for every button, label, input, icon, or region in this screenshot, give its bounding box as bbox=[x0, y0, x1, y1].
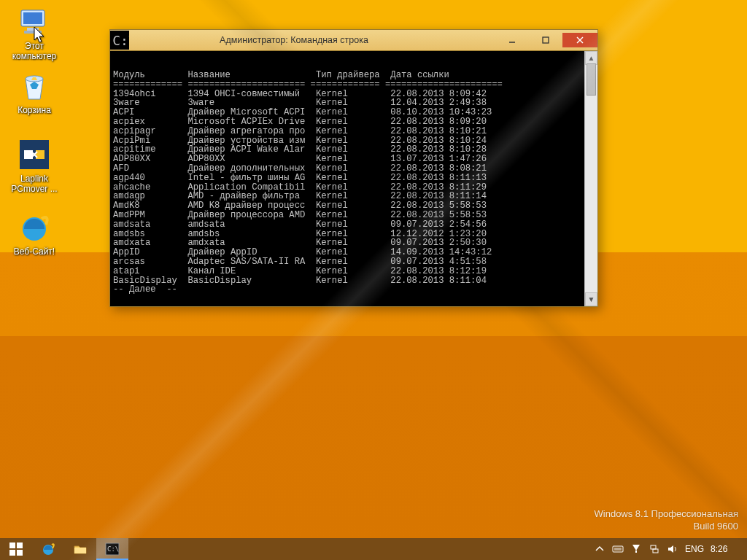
terminal-output: Модуль Название Тип драйвера Дата ссылки… bbox=[110, 60, 584, 298]
desktop-icon-ie-site[interactable]: Веб-Сайт! bbox=[6, 210, 63, 257]
svg-rect-14 bbox=[17, 542, 23, 548]
desktop-icon-laplink[interactable]: Laplink PCmover ... bbox=[6, 137, 63, 194]
minimize-button[interactable] bbox=[495, 33, 529, 47]
svg-rect-26 bbox=[653, 549, 658, 553]
svg-rect-24 bbox=[635, 551, 637, 553]
svg-rect-15 bbox=[9, 550, 15, 556]
cmd-window[interactable]: C:\ Администратор: Командная строка Моду… bbox=[109, 29, 598, 307]
desktop[interactable]: Этот компьютер Корзина Laplink PCmover .… bbox=[0, 0, 747, 560]
desktop-icon-label: Laplink PCmover ... bbox=[6, 174, 63, 194]
taskbar-ie-button[interactable] bbox=[32, 538, 64, 560]
laplink-icon bbox=[17, 137, 52, 172]
scroll-down-button[interactable]: ▼ bbox=[585, 292, 597, 306]
svg-rect-13 bbox=[9, 542, 15, 548]
start-button[interactable] bbox=[0, 538, 32, 560]
svg-rect-10 bbox=[543, 37, 549, 43]
svg-rect-1 bbox=[23, 12, 42, 24]
svg-rect-18 bbox=[74, 548, 86, 553]
svg-rect-25 bbox=[651, 545, 656, 549]
taskbar-cmd-button[interactable]: C:\ bbox=[96, 538, 128, 560]
taskbar-clock[interactable]: 8:26 bbox=[711, 544, 740, 554]
action-center-icon[interactable] bbox=[630, 543, 642, 555]
keyboard-icon[interactable] bbox=[612, 543, 624, 555]
recycle-bin-icon bbox=[17, 69, 52, 104]
svg-rect-2 bbox=[27, 28, 39, 31]
svg-rect-21 bbox=[613, 546, 623, 552]
vertical-scrollbar[interactable]: ▲ ▼ bbox=[584, 51, 597, 306]
svg-rect-16 bbox=[17, 550, 23, 556]
language-indicator[interactable]: ENG bbox=[685, 544, 704, 554]
desktop-icon-recycle-bin[interactable]: Корзина bbox=[6, 69, 63, 115]
windows-icon bbox=[9, 542, 23, 556]
network-icon[interactable] bbox=[649, 543, 660, 555]
scrollbar-thumb[interactable] bbox=[587, 63, 596, 96]
svg-text:C:\: C:\ bbox=[112, 33, 129, 48]
window-title: Администратор: Командная строка bbox=[129, 35, 495, 45]
ie-icon bbox=[17, 210, 52, 245]
taskbar[interactable]: C:\ ENG 8:26 bbox=[0, 538, 747, 560]
folder-icon bbox=[73, 542, 88, 556]
cmd-icon: C:\ bbox=[105, 542, 120, 556]
computer-icon bbox=[17, 4, 52, 39]
titlebar[interactable]: C:\ Администратор: Командная строка bbox=[110, 30, 597, 51]
desktop-icon-label: Этот компьютер bbox=[6, 41, 63, 61]
system-tray[interactable]: ENG 8:26 bbox=[589, 538, 747, 560]
desktop-icon-this-pc[interactable]: Этот компьютер bbox=[6, 4, 63, 61]
watermark: Windows 8.1 Профессиональная Build 9600 bbox=[595, 508, 738, 532]
scrollbar-track[interactable] bbox=[585, 63, 597, 294]
desktop-icon-label: Корзина bbox=[6, 105, 63, 115]
desktop-icon-label: Веб-Сайт! bbox=[6, 246, 63, 257]
svg-rect-3 bbox=[24, 31, 42, 34]
maximize-button[interactable] bbox=[529, 33, 562, 47]
volume-icon[interactable] bbox=[667, 543, 678, 555]
tray-show-hidden-icon[interactable] bbox=[594, 543, 605, 555]
cmd-icon: C:\ bbox=[110, 31, 129, 50]
svg-text:C:\: C:\ bbox=[107, 545, 119, 553]
close-button[interactable] bbox=[562, 33, 597, 47]
ie-icon bbox=[41, 542, 55, 556]
taskbar-explorer-button[interactable] bbox=[64, 538, 96, 560]
